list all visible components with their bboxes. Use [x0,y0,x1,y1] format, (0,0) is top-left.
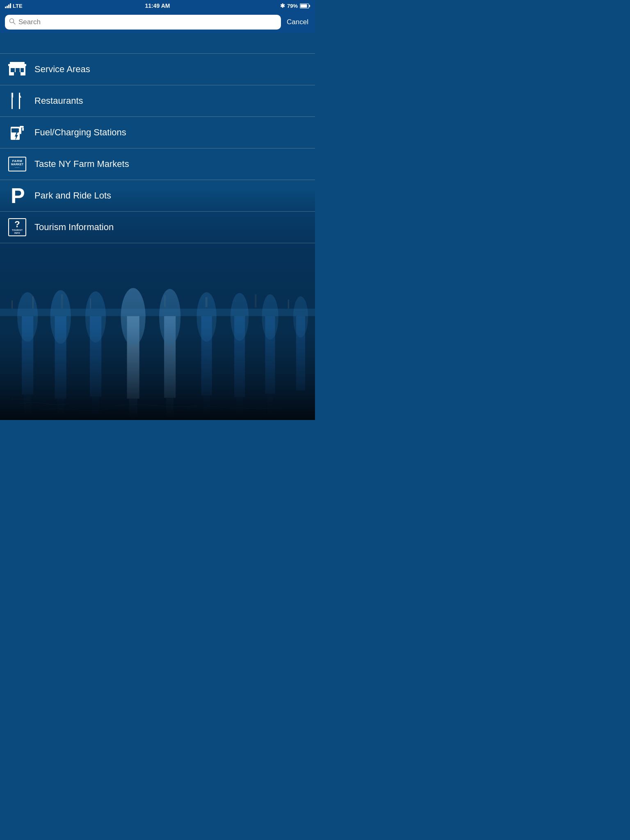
svg-rect-52 [19,93,20,109]
farm-market-icon: FARM MARKET ─── [8,155,26,173]
search-bar: Cancel [0,11,315,33]
tourist-info-box: ? TOURIST INFO [8,218,26,236]
menu-item-farm-markets[interactable]: FARM MARKET ─── Taste NY Farm Markets [0,148,315,180]
status-time: 11:49 AM [145,2,170,9]
service-areas-label: Service Areas [34,64,90,75]
svg-rect-43 [11,68,15,72]
svg-text:P: P [11,187,25,205]
search-input-wrapper[interactable] [5,15,281,30]
cancel-button[interactable]: Cancel [285,18,310,26]
restaurants-icon [8,92,26,110]
svg-rect-57 [22,128,24,131]
farm-markets-label: Taste NY Farm Markets [34,159,129,169]
status-left: LTE [5,3,23,9]
search-input[interactable] [18,18,277,26]
svg-rect-44 [16,68,20,72]
svg-rect-47 [8,64,26,66]
carrier-label: LTE [13,3,23,9]
service-areas-icon [8,60,26,78]
tourism-icon: ? TOURIST INFO [8,218,26,236]
signal-icon [5,3,11,8]
search-icon [9,18,16,26]
status-bar: LTE 11:49 AM ✱ 79% [0,0,315,11]
menu-item-service-areas[interactable]: Service Areas [0,53,315,85]
fuel-label: Fuel/Charging Stations [34,127,126,138]
svg-rect-46 [14,72,21,75]
parking-icon: P [8,187,26,205]
svg-rect-39 [301,4,307,7]
menu-item-park-ride[interactable]: P Park and Ride Lots [0,180,315,212]
svg-rect-56 [20,126,24,128]
fuel-icon [8,123,26,142]
svg-line-41 [14,23,16,25]
svg-rect-54 [11,128,19,132]
menu-item-restaurants[interactable]: Restaurants [0,85,315,117]
bluetooth-icon: ✱ [280,2,285,9]
svg-rect-38 [309,5,310,7]
svg-rect-45 [21,68,24,72]
menu-item-tourism[interactable]: ? TOURIST INFO Tourism Information [0,212,315,243]
menu-item-fuel[interactable]: Fuel/Charging Stations [0,117,315,148]
park-ride-label: Park and Ride Lots [34,190,111,201]
menu-content: Service Areas Restaurants [0,33,315,243]
restaurants-label: Restaurants [34,96,83,106]
battery-percent: 79% [287,3,298,9]
status-right: ✱ 79% [280,2,310,9]
svg-rect-48 [10,62,25,64]
tourism-label: Tourism Information [34,222,114,233]
farm-market-box: FARM MARKET ─── [8,157,26,171]
battery-icon [300,3,310,9]
